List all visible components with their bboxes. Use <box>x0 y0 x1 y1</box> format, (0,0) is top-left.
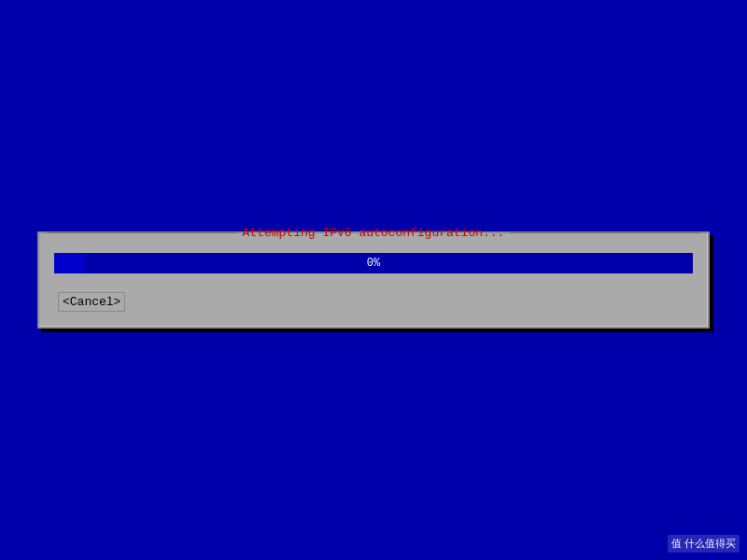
dialog-container: Attempting IPv6 autoconfiguration... 0% … <box>37 231 710 329</box>
watermark: 值 什么值得买 <box>668 535 740 553</box>
progress-bar-fill <box>54 253 86 273</box>
title-line-left <box>47 232 237 233</box>
cancel-button[interactable]: <Cancel> <box>58 292 125 312</box>
title-line-right <box>510 232 700 233</box>
progress-bar-container: 0% <box>54 253 693 273</box>
progress-label: 0% <box>367 257 380 270</box>
dialog-title-bar: Attempting IPv6 autoconfiguration... <box>39 224 708 242</box>
dialog-content: 0% <Cancel> <box>39 242 708 327</box>
dialog-title: Attempting IPv6 autoconfiguration... <box>237 226 511 240</box>
